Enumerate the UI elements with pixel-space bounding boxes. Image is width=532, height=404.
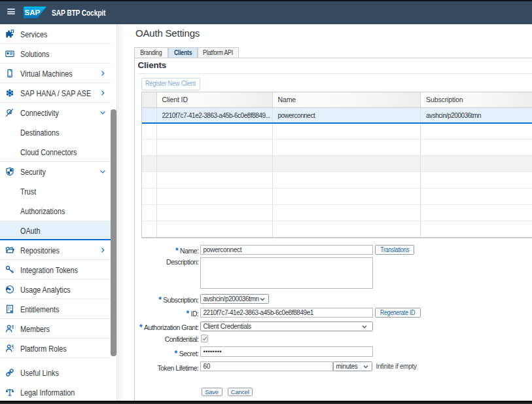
svg-text:SAP: SAP [25,9,41,16]
